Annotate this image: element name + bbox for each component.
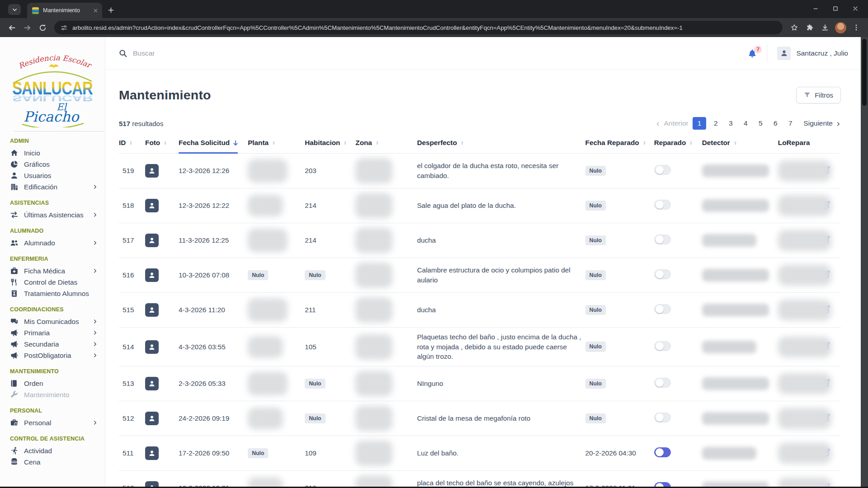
habitacion-cell: 109	[305, 436, 355, 471]
pagination-page-1[interactable]: 1	[693, 117, 707, 130]
user-menu[interactable]: Santacruz , Julio	[777, 47, 848, 60]
maximize-icon	[832, 5, 839, 12]
column-header-planta[interactable]: Planta	[248, 139, 305, 154]
reparado-toggle[interactable]	[654, 341, 671, 351]
fecha-reparado-cell: Nulo	[585, 258, 654, 293]
maintenance-table: IDFotoFecha SolicitudPlantaHabitacionZon…	[119, 139, 841, 487]
toggle-knob	[656, 413, 664, 422]
planta-cell	[248, 188, 305, 223]
sidebar-item-actividad[interactable]: Actividad	[0, 445, 105, 456]
pagination-page-7[interactable]: 7	[785, 117, 796, 130]
new-tab-button[interactable]	[108, 7, 114, 14]
reparado-toggle[interactable]	[654, 413, 671, 422]
sidebar-item-graficos[interactable]: Gráficos	[0, 159, 105, 170]
chevron-right-icon	[93, 342, 98, 347]
detector-cell	[702, 436, 778, 471]
sidebar-item-inicio[interactable]: Inicio	[0, 147, 105, 159]
browser-profile-avatar[interactable]	[835, 22, 846, 33]
zona-cell	[355, 154, 417, 188]
fecha-solicitud-cell: 2-3-2026 05:33	[179, 366, 248, 401]
window-maximize-button[interactable]	[826, 0, 845, 17]
column-header-reparado[interactable]: Reparado	[654, 139, 702, 154]
pagination-page-3[interactable]: 3	[725, 117, 736, 130]
site-settings-icon[interactable]	[61, 24, 67, 31]
column-header-habitacion[interactable]: Habitacion	[305, 139, 355, 154]
column-header-fecha-reparado[interactable]: Fecha Reparado	[585, 139, 654, 154]
nulo-badge: Nulo	[585, 379, 606, 389]
window-close-button[interactable]	[845, 0, 865, 17]
reparado-toggle[interactable]	[654, 200, 671, 210]
column-header-id[interactable]: ID	[119, 139, 145, 154]
fecha-reparado-cell: Nulo	[585, 188, 654, 223]
sidebar-item-control-de-dietas[interactable]: Control de Dietas	[0, 277, 105, 288]
downloads-button[interactable]	[818, 20, 832, 35]
sidebar-item-label: Mis Comunicados	[24, 318, 79, 326]
foto-thumbnail	[145, 446, 159, 460]
main-area: 7 Santacruz , Julio Mantenimiento Filtro…	[105, 37, 868, 487]
sidebar-item-tratamiento-alumnos[interactable]: Tratamiento Alumnos	[0, 288, 105, 299]
reparado-toggle[interactable]	[654, 269, 671, 279]
logo-image: Residencia Escolar SANLUCAR SANLUCAR El …	[6, 42, 99, 127]
pagination-page-2[interactable]: 2	[710, 117, 721, 130]
sort-icon	[343, 140, 348, 146]
pagination-previous[interactable]: Anterior	[656, 119, 688, 127]
bookmark-button[interactable]	[787, 20, 802, 35]
lorepara-cell	[778, 401, 821, 436]
filters-button[interactable]: Filtros	[796, 87, 841, 103]
column-header-fecha-solicitud[interactable]: Fecha Solicitud	[179, 139, 248, 154]
tab-close-icon[interactable]	[93, 8, 98, 13]
tab-search-button[interactable]	[8, 4, 21, 15]
column-header-desperfecto[interactable]: Desperfecto	[417, 139, 585, 154]
column-label: Planta	[248, 139, 269, 146]
reload-button[interactable]	[35, 20, 50, 35]
sidebar-item-primaria[interactable]: Primaria	[0, 327, 105, 338]
reparado-toggle[interactable]	[654, 165, 671, 175]
tune-icon	[61, 24, 67, 31]
runner-icon	[10, 447, 18, 455]
reparado-toggle[interactable]	[654, 447, 671, 457]
search-input[interactable]	[133, 49, 332, 57]
column-header-lorepara[interactable]: LoRepara	[778, 139, 821, 154]
page-scrollbar[interactable]	[861, 37, 868, 487]
notifications-button[interactable]: 7	[748, 49, 757, 58]
pagination-next[interactable]: Siguiente	[803, 119, 841, 127]
sidebar-item-cena[interactable]: Cena	[0, 456, 105, 468]
reparado-cell	[654, 436, 702, 471]
extensions-button[interactable]	[802, 20, 817, 35]
pagination-page-6[interactable]: 6	[770, 117, 781, 130]
id-cell: 515	[119, 293, 145, 328]
redacted-value	[355, 406, 392, 431]
window-minimize-button[interactable]	[806, 0, 826, 17]
pagination-page-4[interactable]: 4	[740, 117, 751, 130]
sidebar-item-personal[interactable]: Personal	[0, 417, 105, 428]
table-header: IDFotoFecha SolicitudPlantaHabitacionZon…	[119, 139, 841, 154]
browser-menu-button[interactable]	[849, 20, 863, 35]
sidebar-item-alumnado[interactable]: Alumnado	[0, 237, 105, 249]
reparado-toggle[interactable]	[654, 482, 671, 487]
sidebar-item-secundaria[interactable]: Secundaria	[0, 338, 105, 350]
reparado-toggle[interactable]	[654, 304, 671, 314]
browser-tab[interactable]: Mantenimiento	[27, 3, 102, 18]
reparado-toggle[interactable]	[654, 235, 671, 244]
forward-button[interactable]	[20, 20, 34, 35]
sidebar-item-ficha-medica[interactable]: Ficha Médica	[0, 265, 105, 277]
pagination-page-5[interactable]: 5	[755, 117, 766, 130]
back-button[interactable]	[5, 20, 19, 35]
column-header-detector[interactable]: Detector	[702, 139, 778, 154]
sidebar-item-label: Primaria	[24, 329, 50, 337]
column-header-zona[interactable]: Zona	[355, 139, 417, 154]
sidebar-item-orden[interactable]: Orden	[0, 378, 105, 389]
sidebar-item-edificacion[interactable]: Edificación	[0, 181, 105, 192]
reparado-toggle[interactable]	[654, 378, 671, 388]
detector-cell	[702, 366, 778, 401]
sidebar-item-ultimas-asistencias[interactable]: Últimas Asistencias	[0, 209, 105, 221]
url-bar[interactable]: arbolito.resid.es/admin?crudAction=index…	[54, 21, 783, 34]
sidebar-item-mantenimiento[interactable]: Mantenimiento	[0, 389, 105, 400]
sidebar-item-mis-comunicados[interactable]: Mis Comunicados	[0, 316, 105, 327]
scrollbar-thumb[interactable]	[862, 39, 867, 106]
table-header-row: IDFotoFecha SolicitudPlantaHabitacionZon…	[119, 139, 841, 154]
site-favicon	[32, 7, 39, 14]
column-header-foto[interactable]: Foto	[145, 139, 179, 154]
sidebar-item-usuarios[interactable]: Usuarios	[0, 170, 105, 181]
sidebar-item-postobligatoria[interactable]: PostObligatoria	[0, 350, 105, 361]
